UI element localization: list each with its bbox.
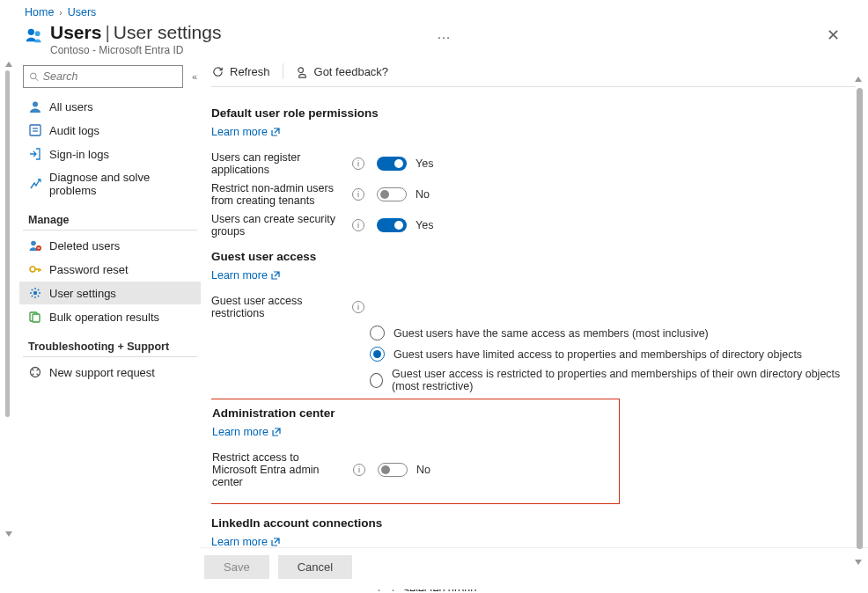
radio-option[interactable] (370, 326, 385, 340)
close-button[interactable]: ✕ (827, 26, 840, 45)
toggle[interactable] (377, 187, 407, 201)
refresh-label: Refresh (230, 65, 270, 78)
sidebar-item-deleted-users[interactable]: Deleted users (19, 234, 201, 257)
sidebar-item-all-users[interactable]: All users (19, 95, 201, 118)
svg-rect-14 (33, 314, 40, 322)
cancel-button[interactable]: Cancel (278, 555, 352, 579)
admin-center-highlighted: Administration center Learn more Restric… (211, 399, 620, 504)
support-icon (28, 365, 42, 379)
learn-more-guest[interactable]: Learn more (211, 269, 280, 282)
breadcrumb-home[interactable]: Home (25, 6, 54, 18)
radio-label: Guest users have limited access to prope… (394, 348, 802, 361)
right-scrollbar[interactable] (857, 88, 863, 549)
button-bar: Save Cancel (201, 547, 868, 589)
info-icon[interactable]: i (353, 464, 365, 476)
info-icon[interactable]: i (352, 188, 364, 201)
radio-label: Guest users have the same access as memb… (394, 327, 709, 340)
learn-more-linkedin[interactable]: Learn more (211, 536, 280, 548)
page-subtitle: Contoso - Microsoft Entra ID (50, 44, 426, 56)
svg-point-16 (298, 67, 303, 72)
sidebar-item-label: Bulk operation results (49, 311, 159, 324)
svg-point-4 (33, 102, 38, 107)
svg-rect-5 (30, 125, 40, 135)
info-icon[interactable]: i (352, 157, 364, 170)
users-icon (25, 26, 44, 45)
feedback-label: Got feedback? (314, 65, 389, 78)
search-input[interactable] (43, 70, 177, 83)
learn-more-admin[interactable]: Learn more (212, 426, 281, 438)
refresh-icon (211, 65, 224, 78)
search-icon (29, 71, 40, 83)
scroll-up-icon[interactable] (855, 73, 862, 82)
toggle-value: Yes (416, 157, 433, 170)
sidebar-item-label: Diagnose and solve problems (49, 171, 192, 197)
settings-icon (28, 286, 42, 300)
diag-icon (28, 177, 42, 191)
refresh-button[interactable]: Refresh (211, 65, 270, 78)
group-admin-title: Administration center (212, 406, 614, 420)
sidebar-item-label: New support request (49, 366, 155, 379)
section-manage: Manage (23, 205, 197, 231)
sidebar-item-label: User settings (49, 287, 116, 300)
toggle-value: No (416, 188, 430, 201)
external-link-icon (271, 271, 280, 280)
group-role-title: Default user role permissions (211, 106, 856, 120)
radio-option[interactable] (370, 373, 383, 388)
scroll-down-icon[interactable] (855, 560, 862, 568)
page-title: Users|User settings (50, 22, 426, 43)
sidebar-item-audit-logs[interactable]: Audit logs (19, 119, 201, 142)
toggle-value: Yes (416, 219, 433, 231)
user-icon (28, 99, 42, 113)
learn-more-role[interactable]: Learn more (211, 126, 280, 138)
sidebar-item-diagnose-and-solve-problems[interactable]: Diagnose and solve problems (19, 166, 201, 201)
sidebar-item-user-settings[interactable]: User settings (19, 282, 201, 304)
signin-icon (28, 147, 42, 161)
guest-restrictions-label: Guest user access restrictions (211, 295, 343, 319)
svg-point-11 (30, 267, 35, 272)
external-link-icon (272, 428, 281, 436)
sidebar-item-sign-in-logs[interactable]: Sign-in logs (19, 143, 201, 165)
sidebar-item-new-support-request[interactable]: New support request (19, 361, 201, 384)
svg-point-12 (33, 291, 37, 295)
admin-restrict-value: No (416, 464, 430, 476)
key-icon (28, 262, 42, 276)
chevron-right-icon: › (59, 8, 62, 18)
bulk-icon (28, 310, 42, 324)
scroll-up-icon[interactable] (5, 58, 12, 67)
collapse-sidebar-button[interactable]: « (188, 70, 197, 84)
setting-label: Restrict non-admin users from creating t… (211, 182, 343, 207)
sidebar-item-label: Sign-in logs (49, 148, 109, 161)
left-scrollbar[interactable] (5, 70, 10, 417)
info-icon[interactable]: i (352, 219, 364, 231)
feedback-icon (296, 65, 309, 78)
info-icon[interactable]: i (352, 301, 364, 313)
external-link-icon (271, 128, 280, 136)
admin-restrict-toggle[interactable] (378, 463, 408, 477)
feedback-button[interactable]: Got feedback? (296, 65, 389, 78)
svg-line-3 (35, 77, 38, 80)
sidebar-item-label: All users (49, 100, 93, 113)
svg-point-8 (31, 241, 36, 246)
radio-label: Guest user access is restricted to prope… (392, 368, 856, 392)
more-button[interactable]: … (437, 26, 451, 42)
setting-label: Users can register applications (211, 151, 343, 176)
search-box[interactable] (23, 65, 183, 88)
sidebar-item-label: Audit logs (49, 124, 99, 137)
toggle[interactable] (377, 157, 407, 171)
group-guest-title: Guest user access (211, 250, 856, 263)
breadcrumb-users[interactable]: Users (68, 6, 97, 18)
deluser-icon (28, 238, 42, 253)
main-panel: Refresh Got feedback? Default user role … (201, 58, 868, 591)
sidebar-item-bulk-operation-results[interactable]: Bulk operation results (19, 305, 201, 328)
breadcrumb: Home › Users (0, 0, 868, 20)
toggle[interactable] (377, 218, 407, 232)
save-button[interactable]: Save (204, 555, 269, 579)
sidebar: « All usersAudit logsSign-in logsDiagnos… (19, 58, 201, 591)
svg-point-2 (30, 73, 36, 79)
svg-point-1 (35, 31, 40, 36)
page-header: Users|User settings Contoso - Microsoft … (0, 20, 868, 58)
scroll-down-icon[interactable] (5, 531, 12, 540)
sidebar-item-password-reset[interactable]: Password reset (19, 258, 201, 281)
radio-option[interactable] (370, 347, 385, 362)
toolbar-separator (283, 63, 283, 79)
